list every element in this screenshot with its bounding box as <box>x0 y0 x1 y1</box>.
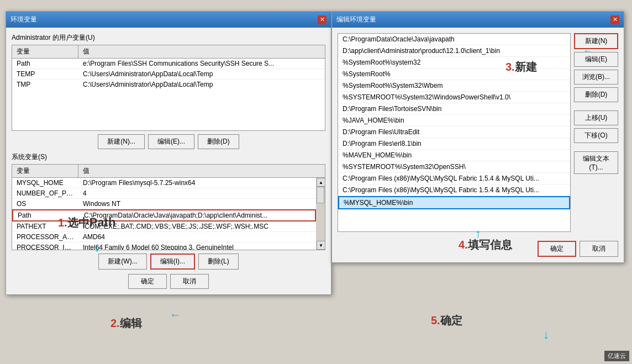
sys-row-1-val: 4 <box>78 188 316 198</box>
list-item[interactable]: %JAVA_HOME%\bin <box>338 115 570 126</box>
scrollbar-thumb[interactable] <box>317 187 324 203</box>
sys-row-4-var: PATHEXT <box>12 221 78 231</box>
edit-list-wrapper: C:\ProgramData\Oracle\Java\javapath D:\a… <box>338 33 571 235</box>
sys-row-5-var: PROCESSOR_ARCHITECT... <box>12 232 78 242</box>
sys-row-6-val: Intel64 Family 6 Model 60 Stepping 3, Ge… <box>78 242 316 250</box>
edit-dialog-title: 编辑环境变量 ✕ <box>332 12 624 28</box>
edit-edit-button[interactable]: 编辑(E) <box>574 52 618 67</box>
step5-arrow: ↓ <box>543 328 549 342</box>
edit-move-up-button[interactable]: 上移(U) <box>574 110 618 125</box>
edit-env-dialog: 编辑环境变量 ✕ C:\ProgramData\Oracle\Java\java… <box>331 11 624 263</box>
user-row-0-val: e:\Program Files\SSH Communications Secu… <box>78 59 325 68</box>
table-row[interactable]: MYSQL_HOME D:\Program Files\mysql-5.7.25… <box>12 178 316 188</box>
logo-badge: 亿速云 <box>604 351 629 361</box>
step2-arrow: ↑ <box>167 313 182 319</box>
sys-header-val: 值 <box>78 165 325 177</box>
table-row[interactable]: OS Windows NT <box>12 199 316 209</box>
list-item[interactable]: %SYSTEMROOT%\System32\WindowsPowerShell\… <box>338 92 570 103</box>
env-cancel-button[interactable]: 取消 <box>170 274 209 289</box>
sys-delete-button[interactable]: 删除(L) <box>198 254 239 270</box>
user-new-button[interactable]: 新建(N)... <box>98 134 145 149</box>
sys-row-2-var: OS <box>12 199 78 209</box>
user-table-header: 变量 值 <box>12 45 325 59</box>
list-item[interactable]: D:\Program Files\UltraEdit <box>338 126 570 138</box>
selected-list-item[interactable]: %MYSQL_HOME%\bin <box>338 196 570 209</box>
edit-main-area: C:\ProgramData\Oracle\Java\javapath D:\a… <box>338 33 618 235</box>
list-item[interactable]: C:\ProgramData\Oracle\Java\javapath <box>338 34 570 45</box>
edit-new-button[interactable]: 新建(N) <box>574 33 618 49</box>
env-dialog: 环境变量 ✕ Administrator 的用户变量(U) 变量 值 Path … <box>6 11 331 295</box>
sys-row-5-val: AMD64 <box>78 232 316 242</box>
env-ok-button[interactable]: 确定 <box>128 274 167 289</box>
edit-browse-button[interactable]: 浏览(B)... <box>574 70 618 85</box>
table-row[interactable]: Path e:\Program Files\SSH Communications… <box>12 59 325 69</box>
scrollbar-down-btn[interactable]: ▼ <box>317 241 325 250</box>
sys-path-row[interactable]: Path C:\ProgramData\Oracle\Java\javapath… <box>12 209 316 221</box>
list-item[interactable]: %SYSTEMROOT%\System32\OpenSSH\ <box>338 161 570 173</box>
user-edit-button[interactable]: 编辑(E)... <box>148 134 194 149</box>
edit-ok-button[interactable]: 确定 <box>538 241 576 257</box>
table-row[interactable]: TEMP C:\Users\Administrator\AppData\Loca… <box>12 69 325 80</box>
env-dialog-title: 环境变量 ✕ <box>6 12 331 28</box>
list-item[interactable]: C:\Program Files (x86)\MySQL\MySQL Fabri… <box>338 184 570 196</box>
sys-row-4-val: .COM;.EXE;.BAT;.CMD;.VBS;.VBE;.JS;.JSE;.… <box>78 221 316 231</box>
list-item[interactable]: %SystemRoot% <box>338 68 570 80</box>
edit-list-container: C:\ProgramData\Oracle\Java\javapath D:\a… <box>338 33 571 232</box>
edit-delete-button[interactable]: 删除(D) <box>574 87 618 102</box>
user-row-2-val: C:\Users\Administrator\AppData\Local\Tem… <box>78 80 325 89</box>
table-row[interactable]: PATHEXT .COM;.EXE;.BAT;.CMD;.VBS;.VBE;.J… <box>12 221 316 232</box>
table-row[interactable]: NUMBER_OF_PROCESSORS 4 <box>12 188 316 199</box>
sys-row-0-val: D:\Program Files\mysql-5.7.25-winx64 <box>78 178 316 188</box>
env-dialog-close-button[interactable]: ✕ <box>318 15 326 24</box>
edit-cancel-button[interactable]: 取消 <box>580 241 618 257</box>
step2-annotation: 2.编辑 <box>110 316 142 331</box>
user-header-val: 值 <box>78 45 325 58</box>
table-row[interactable]: PROCESSOR_ARCHITECT... AMD64 <box>12 232 316 242</box>
user-row-1-var: TEMP <box>12 69 78 79</box>
user-table-body: Path e:\Program Files\SSH Communications… <box>12 59 325 130</box>
list-item[interactable]: D:\app\client\Administrator\product\12.1… <box>338 45 570 57</box>
sys-edit-button[interactable]: 编辑(I)... <box>150 254 195 270</box>
scrollbar-up-btn[interactable]: ▲ <box>317 178 325 187</box>
sys-btn-row: 新建(W)... 编辑(I)... 删除(L) <box>12 254 325 270</box>
user-row-2-var: TMP <box>12 80 78 89</box>
sys-rows-inner: MYSQL_HOME D:\Program Files\mysql-5.7.25… <box>12 178 316 250</box>
edit-edit-text-button[interactable]: 编辑文本(T)... <box>574 151 618 174</box>
user-variables-table: 变量 值 Path e:\Program Files\SSH Communica… <box>12 45 325 131</box>
user-delete-button[interactable]: 删除(D) <box>198 134 239 149</box>
sys-section-label: 系统变量(S) <box>12 152 325 162</box>
env-dialog-title-text: 环境变量 <box>10 15 37 24</box>
sys-row-3-var: Path <box>13 210 80 220</box>
sys-row-6-var: PROCESSOR_IDENTIFIER <box>12 242 78 250</box>
sys-table-scrollbar[interactable]: ▲ ▼ <box>316 178 325 250</box>
edit-dialog-title-text: 编辑环境变量 <box>336 15 376 24</box>
edit-bottom-row: 确定 取消 <box>338 241 618 257</box>
scrollbar-track <box>317 187 325 241</box>
sys-row-0-var: MYSQL_HOME <box>12 178 78 188</box>
list-item[interactable]: %SystemRoot%\System32\Wbem <box>338 80 570 92</box>
sys-row-3-val: C:\ProgramData\Oracle\Java\javapath;D:\a… <box>80 210 315 220</box>
list-item[interactable]: %SystemRoot%\system32 <box>338 57 570 68</box>
sys-table-body: MYSQL_HOME D:\Program Files\mysql-5.7.25… <box>12 178 325 250</box>
user-header-var: 变量 <box>12 45 78 58</box>
user-btn-row: 新建(N)... 编辑(E)... 删除(D) <box>12 134 325 149</box>
list-item[interactable]: C:\Program Files (x86)\MySQL\MySQL Fabri… <box>338 173 570 184</box>
step5-annotation: 5.确定 <box>431 313 462 328</box>
list-item[interactable]: %MAVEN_HOME%\bin <box>338 150 570 161</box>
user-row-1-val: C:\Users\Administrator\AppData\Local\Tem… <box>78 69 325 79</box>
sys-header-var: 变量 <box>12 165 78 177</box>
sys-new-button[interactable]: 新建(W)... <box>98 254 146 270</box>
env-dialog-body: Administrator 的用户变量(U) 变量 值 Path e:\Prog… <box>6 28 331 294</box>
env-dialog-bottom-btns: 确定 取消 <box>12 274 325 289</box>
edit-dialog-close-button[interactable]: ✕ <box>610 15 619 24</box>
list-item[interactable]: D:\Program Files\erl8.1\bin <box>338 138 570 150</box>
edit-move-down-button[interactable]: 下移(O) <box>574 128 618 143</box>
list-item[interactable]: D:\Program Files\TortoiseSVN\bin <box>338 103 570 115</box>
sys-table-header: 变量 值 <box>12 165 325 178</box>
edit-dialog-body: C:\ProgramData\Oracle\Java\javapath D:\a… <box>332 28 624 262</box>
table-row[interactable]: PROCESSOR_IDENTIFIER Intel64 Family 6 Mo… <box>12 242 316 250</box>
edit-btn-col: 新建(N) 编辑(E) 浏览(B)... 删除(D) 上移(U) 下移(O) 编… <box>574 33 618 235</box>
user-row-0-var: Path <box>12 59 78 68</box>
table-row[interactable]: TMP C:\Users\Administrator\AppData\Local… <box>12 80 325 89</box>
user-section-label: Administrator 的用户变量(U) <box>12 33 325 43</box>
